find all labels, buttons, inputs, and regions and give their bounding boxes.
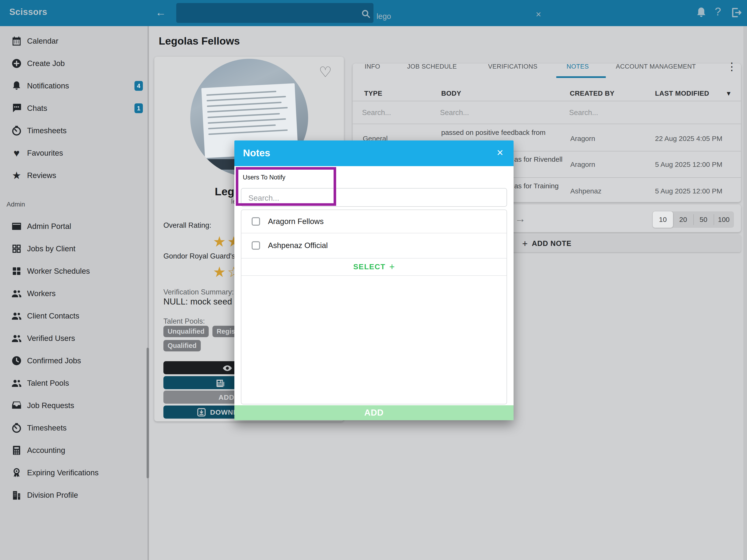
- logout-icon[interactable]: [730, 6, 742, 19]
- list-divider: [241, 275, 507, 276]
- sidebar-scrollbar-track: [148, 26, 149, 560]
- favourite-heart-icon[interactable]: ♡: [319, 63, 332, 80]
- select-button[interactable]: SELECT +: [241, 258, 507, 275]
- sidebar-scrollbar-thumb[interactable]: [147, 348, 149, 478]
- column-search-input[interactable]: Search...: [569, 108, 598, 117]
- kebab-menu-icon[interactable]: ⋮: [726, 60, 737, 73]
- row-created-by: Aragorn: [570, 135, 595, 142]
- help-icon[interactable]: ?: [715, 5, 721, 18]
- sidebar-item-reviews[interactable]: ★Reviews: [0, 164, 148, 187]
- sidebar-item-division-profile[interactable]: Division Profile: [0, 484, 148, 506]
- add-note-label: ADD NOTE: [532, 239, 571, 248]
- tab-job-schedule[interactable]: JOB SCHEDULE: [407, 63, 457, 70]
- sidebar-item-label: Chats: [27, 104, 47, 113]
- page-size-20[interactable]: 20: [673, 211, 693, 228]
- news-icon: [215, 378, 226, 388]
- sidebar-item-create-job[interactable]: Create Job: [0, 52, 148, 75]
- sidebar: CalendarCreate JobNotifications4Chats1Ti…: [0, 26, 149, 560]
- global-search-input[interactable]: lego ×: [176, 3, 374, 23]
- column-search-input[interactable]: Search...: [362, 108, 391, 117]
- sidebar-item-label: Create Job: [27, 59, 65, 68]
- row-last-modified: 5 Aug 2025 12:00 PM: [655, 161, 722, 168]
- users-search-placeholder: Search...: [248, 194, 279, 203]
- column-header-last-modified[interactable]: LAST MODIFIED: [655, 89, 709, 97]
- sidebar-item-label: Worker Schedules: [27, 267, 90, 275]
- modal-close-icon[interactable]: ×: [497, 146, 503, 159]
- checkbox[interactable]: [252, 241, 260, 250]
- people-icon: [11, 288, 22, 299]
- row-created-by: Aragorn: [570, 161, 595, 168]
- sidebar-item-client-contacts[interactable]: Client Contacts: [0, 305, 148, 327]
- sidebar-item-jobs-by-client[interactable]: Jobs by Client: [0, 238, 148, 260]
- talent-pool-chip: Qualified: [163, 340, 201, 351]
- sidebar-section-admin: Admin: [6, 201, 25, 208]
- sidebar-item-label: Admin Portal: [27, 222, 71, 231]
- sidebar-item-confirmed-jobs[interactable]: Confirmed Jobs: [0, 349, 148, 372]
- notes-modal: Notes × Users To Notify Search... SELECT…: [234, 140, 514, 420]
- badge-count: 4: [134, 81, 143, 91]
- sidebar-item-job-requests[interactable]: Job Requests: [0, 394, 148, 417]
- clear-search-icon[interactable]: ×: [536, 9, 541, 20]
- page-size-10[interactable]: 10: [653, 211, 673, 228]
- sidebar-item-favourites[interactable]: ♥Favourites: [0, 142, 148, 164]
- user-row[interactable]: Ashpenaz Official: [241, 233, 507, 258]
- talent-pools-label: Talent Pools:: [163, 317, 205, 325]
- page-scrollbar[interactable]: [743, 26, 747, 560]
- inbox-icon: [11, 400, 22, 411]
- download-icon: [197, 407, 206, 417]
- sidebar-item-label: Timesheets: [27, 424, 67, 432]
- row-body-fragment: as for Training: [514, 182, 559, 190]
- sort-icon[interactable]: ▼: [725, 90, 732, 97]
- sidebar-item-calendar[interactable]: Calendar: [0, 30, 148, 52]
- column-header-body[interactable]: BODY: [441, 89, 461, 97]
- app-title: Scissors: [9, 7, 47, 17]
- sidebar-item-label: Expiring Verifications: [27, 468, 99, 477]
- page-size-selector: 102050100: [653, 211, 734, 228]
- plus-circle-icon: [11, 58, 22, 69]
- search-value: lego: [377, 12, 391, 21]
- sidebar-item-accounting[interactable]: Accounting: [0, 439, 148, 461]
- select-label: SELECT: [353, 263, 385, 271]
- sidebar-item-label: Job Requests: [27, 401, 74, 410]
- row-last-modified: 22 Aug 2025 4:05 PM: [655, 135, 722, 142]
- people-icon: [11, 378, 22, 389]
- sidebar-item-admin-portal[interactable]: Admin Portal: [0, 215, 148, 238]
- sidebar-item-talent-pools[interactable]: Talent Pools: [0, 372, 148, 394]
- back-icon[interactable]: ←: [155, 6, 166, 19]
- sidebar-item-verified-users[interactable]: Verified Users: [0, 327, 148, 349]
- column-search-input[interactable]: Search...: [440, 108, 469, 117]
- sidebar-item-label: Workers: [27, 289, 56, 298]
- modal-add-button[interactable]: ADD: [234, 405, 514, 420]
- chat-icon: [11, 103, 22, 114]
- page-size-100[interactable]: 100: [714, 211, 734, 228]
- tab-verifications[interactable]: VERIFICATIONS: [488, 63, 538, 70]
- tab-notes[interactable]: NOTES: [567, 63, 589, 70]
- sidebar-item-expiring-verifications[interactable]: Expiring Verifications: [0, 461, 148, 484]
- table-divider: [353, 101, 741, 101]
- page-size-50[interactable]: 50: [693, 211, 714, 228]
- users-search-input[interactable]: Search...: [241, 188, 507, 207]
- user-row[interactable]: Aragorn Fellows: [241, 210, 507, 233]
- sidebar-item-timesheets[interactable]: Timesheets: [0, 417, 148, 439]
- grid-outline-icon: [11, 243, 22, 254]
- tab-info[interactable]: INFO: [365, 63, 380, 70]
- sidebar-item-chats[interactable]: Chats: [0, 97, 148, 119]
- sidebar-item-label: Notifications: [27, 81, 69, 90]
- next-page-icon[interactable]: →: [515, 212, 526, 225]
- heart-icon: ♥: [11, 148, 22, 158]
- sidebar-item-worker-schedules[interactable]: Worker Schedules: [0, 260, 148, 282]
- column-header-created-by[interactable]: CREATED BY: [570, 89, 614, 97]
- sidebar-item-workers[interactable]: Workers: [0, 282, 148, 305]
- tab-account-management[interactable]: ACCOUNT MANAGEMENT: [616, 63, 696, 70]
- sidebar-item-notifications[interactable]: Notifications: [0, 75, 148, 97]
- sidebar-item-label: Jobs by Client: [27, 244, 75, 253]
- sidebar-item-timesheets[interactable]: Timesheets: [0, 119, 148, 142]
- modal-add-label: ADD: [364, 408, 384, 418]
- user-label: Aragorn Fellows: [268, 217, 324, 226]
- top-bar: Scissors ← lego × ?: [0, 0, 747, 26]
- bell-icon[interactable]: [695, 6, 707, 19]
- column-header-type[interactable]: TYPE: [364, 89, 382, 97]
- sidebar-item-label: Talent Pools: [27, 379, 69, 388]
- people-icon: [11, 311, 22, 321]
- checkbox[interactable]: [252, 217, 260, 225]
